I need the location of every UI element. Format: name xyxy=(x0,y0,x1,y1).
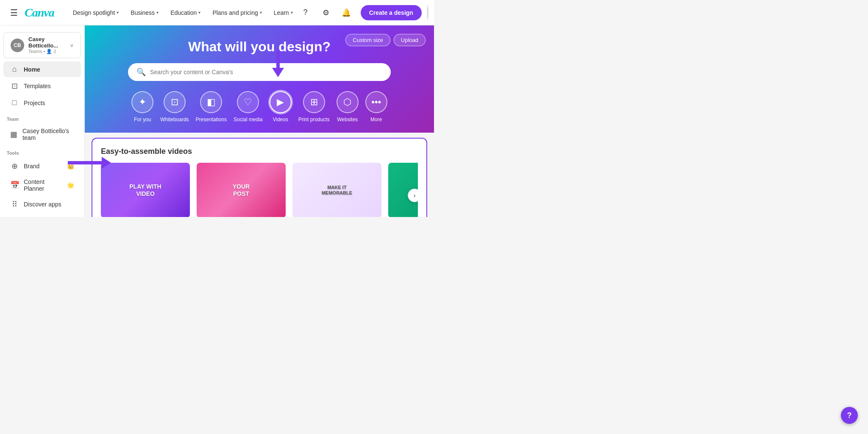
brand-badge: 👑 xyxy=(67,163,74,170)
sidebar-item-smartmockups[interactable]: ⊡ Smartmockups xyxy=(3,213,81,217)
thumb-text-3: MAKE ITMEMORABLE xyxy=(322,185,352,196)
top-nav: ☰ Canva Design spotlight ▾ Business ▾ Ed… xyxy=(0,0,434,25)
user-avatar: CB xyxy=(11,39,24,52)
create-design-button[interactable]: Create a design xyxy=(361,5,422,20)
presentations-icon: ◧ xyxy=(200,91,222,113)
discover-apps-icon: ⠿ xyxy=(10,200,19,209)
sidebar-item-home[interactable]: ⌂ Home xyxy=(3,61,81,77)
thumb-text-1: PLAY WITHVIDEO xyxy=(129,183,161,198)
brand-icon: ⊕ xyxy=(10,161,19,171)
hero-search-bar[interactable]: 🔍 xyxy=(128,63,391,81)
team-section-label: Team xyxy=(0,111,84,123)
websites-icon: ⬡ xyxy=(337,91,359,113)
user-info[interactable]: CB Casey Botticello... Teams • 👤 2 ∨ xyxy=(3,32,81,58)
user-name: Casey Botticello... xyxy=(28,36,70,49)
category-presentations[interactable]: ◧ Presentations xyxy=(196,91,227,122)
sidebar-item-templates[interactable]: ⊡ Templates xyxy=(3,78,81,94)
sidebar-item-content-planner[interactable]: 📅 Content Planner 🌟 xyxy=(3,175,81,195)
chevron-icon: ▾ xyxy=(260,10,262,15)
videos-section-title: Easy-to-assemble videos xyxy=(101,147,418,156)
category-videos[interactable]: ▶ Videos xyxy=(270,91,292,122)
nav-business[interactable]: Business ▾ xyxy=(125,7,164,19)
nav-education[interactable]: Education ▾ xyxy=(165,7,206,19)
upload-button[interactable]: Upload xyxy=(394,34,426,46)
category-for-you[interactable]: ✦ For you xyxy=(131,91,153,122)
hamburger-icon[interactable]: ☰ xyxy=(10,8,18,18)
sidebar-item-team[interactable]: ▦ Casey Botticello's team xyxy=(3,124,81,145)
chevron-icon: ▾ xyxy=(198,10,200,15)
main-content: Custom size Upload What will you design?… xyxy=(85,25,434,217)
content-planner-badge: 🌟 xyxy=(67,182,74,189)
video-cards-list: PLAY WITHVIDEO Video YOURPOST Facebook V… xyxy=(101,163,418,217)
category-websites[interactable]: ⬡ Websites xyxy=(337,91,359,122)
search-input[interactable] xyxy=(150,69,382,75)
chevron-icon: ▾ xyxy=(156,10,159,15)
nav-icons: ? ⚙ 🔔 xyxy=(298,5,354,20)
whiteboards-icon: ⊡ xyxy=(164,91,186,113)
video-card-1[interactable]: PLAY WITHVIDEO Video xyxy=(101,163,190,217)
video-card-2[interactable]: YOURPOST Facebook Video xyxy=(197,163,286,217)
app-body: CB Casey Botticello... Teams • 👤 2 ∨ ⌂ H… xyxy=(0,25,434,217)
projects-icon: □ xyxy=(10,98,19,107)
video-thumb-2: YOURPOST xyxy=(197,163,286,217)
chevron-icon: ▾ xyxy=(117,10,119,15)
video-thumb-3: MAKE ITMEMORABLE xyxy=(292,163,381,217)
canva-logo[interactable]: Canva xyxy=(25,6,54,19)
home-icon: ⌂ xyxy=(10,65,19,74)
user-details: Casey Botticello... Teams • 👤 2 xyxy=(28,36,70,54)
carousel-next-button[interactable]: › xyxy=(408,189,418,202)
nav-links: Design spotlight ▾ Business ▾ Education … xyxy=(68,7,298,19)
help-icon[interactable]: ? xyxy=(298,5,313,20)
tools-section-label: Tools xyxy=(0,145,84,157)
category-more[interactable]: ••• More xyxy=(365,91,387,122)
video-thumb-1: PLAY WITHVIDEO xyxy=(101,163,190,217)
team-icon: ▦ xyxy=(10,130,17,139)
content-planner-icon: 📅 xyxy=(10,181,19,190)
search-icon: 🔍 xyxy=(136,67,146,77)
custom-size-button[interactable]: Custom size xyxy=(345,34,390,46)
video-card-3[interactable]: MAKE ITMEMORABLE Video Message xyxy=(292,163,381,217)
category-social-media[interactable]: ♡ Social media xyxy=(234,91,263,122)
sidebar: CB Casey Botticello... Teams • 👤 2 ∨ ⌂ H… xyxy=(0,25,85,217)
smartmockups-icon: ⊡ xyxy=(10,217,19,217)
sidebar-item-brand[interactable]: ⊕ Brand 👑 xyxy=(3,158,81,174)
nav-learn[interactable]: Learn ▾ xyxy=(269,7,298,19)
templates-icon: ⊡ xyxy=(10,81,19,91)
print-products-icon: ⊞ xyxy=(303,91,325,113)
for-you-icon: ✦ xyxy=(131,91,153,113)
videos-icon: ▶ xyxy=(270,91,292,113)
user-chevron-icon: ∨ xyxy=(70,42,74,48)
category-whiteboards[interactable]: ⊡ Whiteboards xyxy=(160,91,189,122)
category-row: ✦ For you ⊡ Whiteboards ◧ Presentations … xyxy=(102,91,417,122)
avatar[interactable]: CB xyxy=(427,5,428,20)
notifications-icon[interactable]: 🔔 xyxy=(339,5,354,20)
social-media-icon: ♡ xyxy=(237,91,259,113)
thumb-text-2: YOURPOST xyxy=(233,183,250,198)
nav-design-spotlight[interactable]: Design spotlight ▾ xyxy=(68,7,124,19)
sidebar-item-discover-apps[interactable]: ⠿ Discover apps xyxy=(3,196,81,212)
chevron-icon: ▾ xyxy=(291,10,293,15)
settings-icon[interactable]: ⚙ xyxy=(318,5,334,20)
sidebar-item-projects[interactable]: □ Projects xyxy=(3,95,81,111)
hero-actions: Custom size Upload xyxy=(345,34,426,46)
more-icon: ••• xyxy=(365,91,387,113)
category-print-products[interactable]: ⊞ Print products xyxy=(298,91,330,122)
user-team: Teams • 👤 2 xyxy=(28,49,70,54)
nav-plans-pricing[interactable]: Plans and pricing ▾ xyxy=(207,7,267,19)
videos-section: Easy-to-assemble videos PLAY WITHVIDEO V… xyxy=(92,138,427,217)
hero-banner: Custom size Upload What will you design?… xyxy=(85,25,434,133)
